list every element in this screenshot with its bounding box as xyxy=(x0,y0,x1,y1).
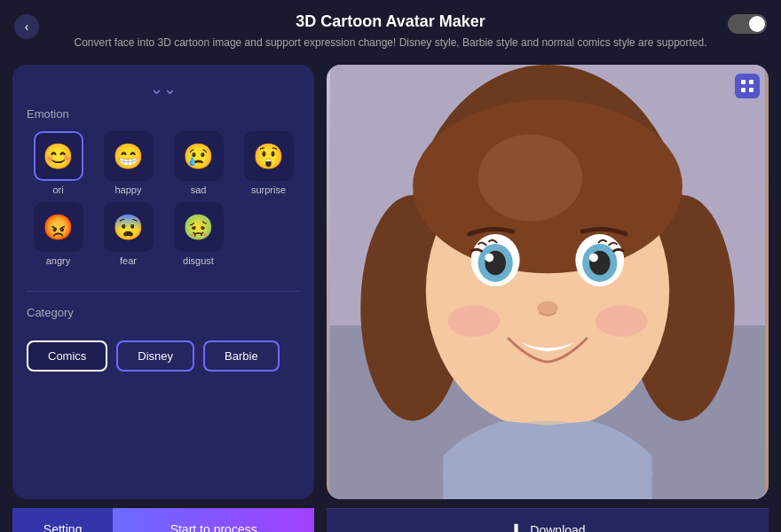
svg-rect-24 xyxy=(749,88,753,92)
category-button-barbie[interactable]: Barbie xyxy=(203,340,280,372)
svg-point-18 xyxy=(447,305,500,336)
avatar-svg xyxy=(327,65,769,499)
app-subtitle: Convert face into 3D cartoon image and s… xyxy=(18,36,763,49)
download-button[interactable]: ⬇ Download xyxy=(327,508,769,532)
svg-rect-21 xyxy=(741,80,746,84)
svg-rect-22 xyxy=(749,80,753,84)
svg-rect-23 xyxy=(741,88,746,92)
download-label: Download xyxy=(530,523,585,533)
collapse-button[interactable]: ⌄⌄ xyxy=(27,79,300,98)
emotion-item-happy[interactable]: 😁happy xyxy=(97,131,160,195)
svg-point-12 xyxy=(485,254,493,262)
bottom-left-bar: Setting Start to process xyxy=(12,508,314,532)
emotion-label-angry: angry xyxy=(46,255,71,266)
emotion-emoji-ori: 😊 xyxy=(34,131,83,181)
emotion-label-disgust: disgust xyxy=(183,255,214,266)
divider xyxy=(27,291,300,292)
emotion-emoji-angry: 😡 xyxy=(34,202,83,252)
emotion-label-ori: ori xyxy=(52,184,63,195)
left-panel: ⌄⌄ Emotion 😊ori😁happy😢sad😲surprise😡angry… xyxy=(12,65,314,499)
emotion-emoji-disgust: 🤢 xyxy=(174,202,224,252)
emotion-item-disgust[interactable]: 🤢disgust xyxy=(167,202,230,266)
setting-button[interactable]: Setting xyxy=(12,508,113,532)
category-buttons: ComicsDisneyBarbie xyxy=(27,340,300,372)
emotion-label-sad: sad xyxy=(191,184,207,195)
emotion-section-label: Emotion xyxy=(27,107,300,121)
back-button[interactable]: ‹ xyxy=(14,14,39,39)
main-layout: ⌄⌄ Emotion 😊ori😁happy😢sad😲surprise😡angry… xyxy=(0,56,781,508)
download-icon: ⬇ xyxy=(509,520,523,533)
process-button[interactable]: Start to process xyxy=(113,508,314,532)
emotion-item-ori[interactable]: 😊ori xyxy=(27,131,90,195)
avatar-display xyxy=(327,65,769,499)
svg-point-8 xyxy=(478,134,583,221)
emotion-emoji-fear: 😨 xyxy=(104,202,154,252)
svg-point-16 xyxy=(589,254,598,262)
emotion-label-surprise: surprise xyxy=(251,184,286,195)
toggle-knob xyxy=(749,16,765,32)
app-header: ‹ 3D Cartoon Avatar Maker Convert face i… xyxy=(0,0,781,56)
emotion-label-fear: fear xyxy=(120,255,137,266)
svg-point-19 xyxy=(596,305,648,336)
emotion-emoji-surprise: 😲 xyxy=(244,131,294,181)
emotion-item-sad[interactable]: 😢sad xyxy=(167,131,230,195)
emotion-emoji-sad: 😢 xyxy=(174,131,224,181)
emotion-label-happy: happy xyxy=(115,184,142,195)
emotion-item-surprise[interactable]: 😲surprise xyxy=(237,131,300,195)
emotion-item-fear[interactable]: 😨fear xyxy=(97,202,160,266)
right-panel xyxy=(327,65,769,499)
emotion-grid: 😊ori😁happy😢sad😲surprise😡angry😨fear🤢disgu… xyxy=(27,131,300,266)
emotion-emoji-happy: 😁 xyxy=(104,131,154,181)
category-section-label: Category xyxy=(27,306,300,319)
theme-toggle[interactable] xyxy=(728,14,767,34)
back-icon: ‹ xyxy=(25,20,29,34)
grid-icon xyxy=(740,79,754,93)
app-title: 3D Cartoon Avatar Maker xyxy=(18,12,763,31)
category-button-comics[interactable]: Comics xyxy=(27,340,107,372)
emotion-item-angry[interactable]: 😡angry xyxy=(27,202,90,266)
grid-view-button[interactable] xyxy=(735,74,760,98)
bottom-bar: Setting Start to process ⬇ Download xyxy=(0,508,781,532)
category-button-disney[interactable]: Disney xyxy=(116,340,194,372)
